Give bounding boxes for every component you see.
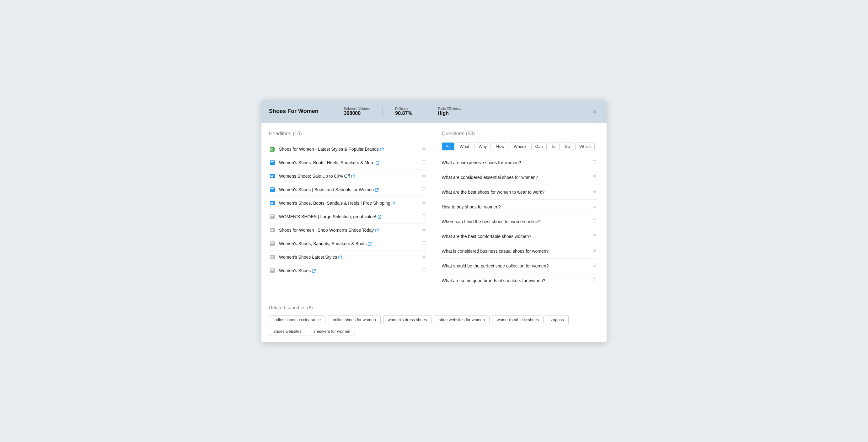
svg-rect-48 bbox=[271, 256, 274, 257]
related-tag[interactable]: sneakers for women bbox=[309, 327, 355, 336]
modal-title: Shoes For Women bbox=[269, 108, 318, 115]
difficulty-label: Difficulty bbox=[395, 107, 412, 111]
svg-rect-63 bbox=[593, 176, 596, 177]
headline-text: Womens Shoes: Sale Up to 80% Off bbox=[279, 174, 418, 179]
headline-text: Women's Shoes Latest Styles bbox=[279, 255, 418, 260]
drag-handle-icon[interactable] bbox=[422, 213, 427, 220]
drag-handle-icon[interactable] bbox=[592, 204, 597, 210]
drag-handle-icon[interactable] bbox=[422, 254, 427, 260]
filter-tabs: AllWhatWhyHowWhereCanIsDoWhich bbox=[442, 143, 599, 150]
drag-handle-icon[interactable] bbox=[422, 200, 427, 206]
filter-tab-all[interactable]: All bbox=[442, 143, 455, 150]
headline-icon bbox=[269, 241, 276, 246]
headline-icon bbox=[269, 268, 276, 273]
related-tag[interactable]: online shoes for women bbox=[328, 315, 380, 324]
filter-tab-can[interactable]: Can bbox=[531, 143, 547, 150]
drag-handle-icon[interactable] bbox=[592, 263, 597, 269]
question-text: What are the best shoes for women to wea… bbox=[442, 189, 589, 195]
headline-item: Women's Shoes Latest Styles bbox=[269, 251, 427, 264]
drag-handle-icon[interactable] bbox=[422, 146, 427, 152]
question-item: What are inexpensive shoes for women? bbox=[442, 155, 597, 170]
drag-handle-icon[interactable] bbox=[422, 186, 427, 193]
headline-item: WOMEN'S SHOES | Large Selection, great v… bbox=[269, 210, 427, 224]
svg-rect-4 bbox=[423, 149, 426, 150]
filter-tab-is[interactable]: Is bbox=[548, 143, 559, 150]
svg-rect-13 bbox=[271, 176, 273, 177]
svg-rect-56 bbox=[423, 268, 426, 269]
drag-handle-icon[interactable] bbox=[422, 173, 427, 179]
headline-icon bbox=[269, 160, 276, 166]
svg-rect-49 bbox=[271, 257, 273, 258]
svg-rect-9 bbox=[423, 162, 426, 162]
questions-title: Questions (53) bbox=[442, 130, 599, 137]
related-tag[interactable]: shoes websites bbox=[269, 327, 306, 336]
svg-rect-72 bbox=[593, 221, 596, 221]
related-searches-title: Related searches (8) bbox=[269, 304, 599, 311]
svg-rect-28 bbox=[423, 203, 426, 204]
question-text: What are inexpensive shoes for women? bbox=[442, 160, 589, 165]
question-item: What should be the perfect shoe collecti… bbox=[442, 259, 597, 273]
headline-text: Women's Shoes: Boots, Heels, Sneakers & … bbox=[279, 160, 418, 165]
headline-icon bbox=[269, 146, 276, 152]
header-divider-2 bbox=[382, 106, 382, 117]
question-text: What are some good brands of sneakers fo… bbox=[442, 278, 589, 283]
svg-rect-7 bbox=[271, 163, 273, 163]
drag-handle-icon[interactable] bbox=[592, 174, 597, 180]
svg-rect-71 bbox=[593, 219, 596, 220]
svg-rect-54 bbox=[271, 269, 274, 270]
headline-icon bbox=[269, 200, 276, 206]
svg-rect-3 bbox=[423, 148, 426, 149]
svg-rect-73 bbox=[593, 222, 596, 223]
filter-tab-which[interactable]: Which bbox=[575, 143, 595, 150]
efficiency-stat: Topic Efficiency High bbox=[438, 107, 462, 116]
svg-rect-85 bbox=[593, 281, 596, 282]
related-tag[interactable]: women's dress shoes bbox=[383, 315, 432, 324]
headlines-list: Shoes for Women - Latest Styles & Popula… bbox=[269, 143, 427, 277]
drag-handle-icon[interactable] bbox=[592, 233, 597, 239]
svg-rect-6 bbox=[271, 161, 274, 162]
related-tag[interactable]: shoe websites for women bbox=[434, 315, 490, 324]
question-item: What is considered business casual shoes… bbox=[442, 244, 597, 259]
filter-tab-do[interactable]: Do bbox=[561, 143, 574, 150]
question-item: What are the best shoes for women to wea… bbox=[442, 185, 597, 200]
filter-tab-how[interactable]: How bbox=[492, 143, 508, 150]
svg-rect-60 bbox=[593, 162, 596, 162]
related-tag[interactable]: zappos bbox=[546, 315, 569, 324]
drag-handle-icon[interactable] bbox=[592, 248, 597, 254]
filter-tab-what[interactable]: What bbox=[456, 143, 473, 150]
drag-handle-icon[interactable] bbox=[422, 267, 427, 274]
efficiency-value: High bbox=[438, 111, 462, 116]
svg-rect-2 bbox=[423, 147, 426, 148]
headline-item: Shoes for Women | Shop Women's Shoes Tod… bbox=[269, 224, 427, 237]
headlines-title: Headlines (10) bbox=[269, 130, 427, 137]
drag-handle-icon[interactable] bbox=[422, 240, 427, 247]
related-tag[interactable]: ladies shoes on clearance bbox=[269, 315, 326, 324]
svg-rect-15 bbox=[423, 175, 426, 176]
svg-rect-30 bbox=[271, 215, 274, 216]
svg-rect-79 bbox=[593, 252, 596, 252]
svg-rect-20 bbox=[423, 187, 426, 188]
modal-container: Shoes For Women Subtopic Volume 368000 D… bbox=[261, 100, 607, 342]
filter-tab-where[interactable]: Where bbox=[509, 143, 530, 150]
svg-rect-12 bbox=[271, 175, 274, 175]
svg-rect-16 bbox=[423, 176, 426, 177]
drag-handle-icon[interactable] bbox=[422, 227, 427, 233]
drag-handle-icon[interactable] bbox=[422, 159, 427, 166]
related-tag[interactable]: women's athletic shoes bbox=[492, 315, 544, 324]
question-text: How to buy shoes for women? bbox=[442, 204, 589, 209]
svg-rect-55 bbox=[271, 271, 273, 271]
question-item: What are some good brands of sneakers fo… bbox=[442, 273, 597, 288]
svg-rect-69 bbox=[593, 206, 596, 207]
drag-handle-icon[interactable] bbox=[592, 277, 597, 284]
modal-header: Shoes For Women Subtopic Volume 368000 D… bbox=[261, 100, 607, 123]
drag-handle-icon[interactable] bbox=[592, 218, 597, 225]
svg-rect-36 bbox=[271, 229, 274, 230]
svg-rect-42 bbox=[271, 242, 274, 243]
headline-text: Women's Shoes bbox=[279, 268, 418, 273]
difficulty-value: 90.87% bbox=[395, 111, 412, 116]
filter-tab-why[interactable]: Why bbox=[474, 143, 491, 150]
svg-rect-19 bbox=[271, 189, 273, 190]
drag-handle-icon[interactable] bbox=[592, 189, 597, 195]
drag-handle-icon[interactable] bbox=[592, 159, 597, 166]
close-button[interactable]: × bbox=[590, 107, 599, 116]
